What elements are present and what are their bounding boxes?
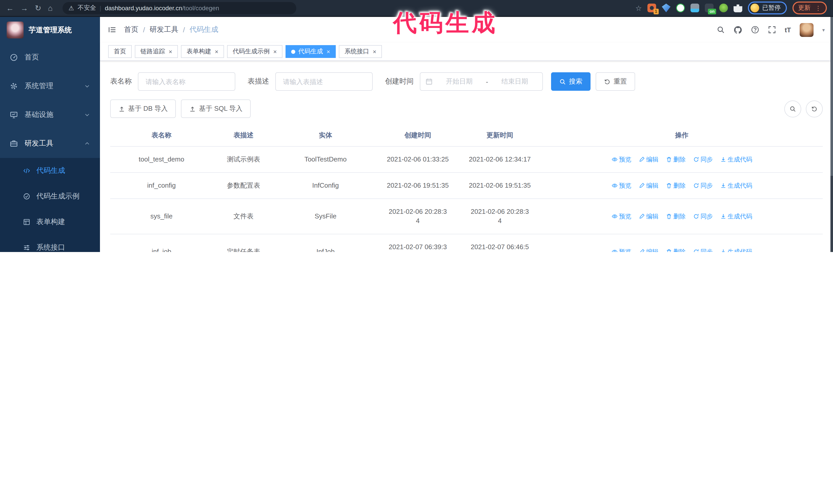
logo-image xyxy=(7,22,24,39)
breadcrumb-dev-tools[interactable]: 研发工具 xyxy=(150,25,178,34)
sync-action[interactable]: 同步 xyxy=(693,247,713,252)
preview-action[interactable]: 预览 xyxy=(611,212,631,221)
extension-icon-alien[interactable] xyxy=(719,4,728,12)
sidebar-item-label: 系统管理 xyxy=(25,81,53,91)
delete-action[interactable]: 删除 xyxy=(666,155,686,164)
font-size-icon[interactable]: tT xyxy=(785,26,791,33)
toolbox-icon xyxy=(10,140,18,148)
cell-updated-time: 2021-02-06 19:51:35 xyxy=(459,173,541,198)
toggle-search-button[interactable] xyxy=(784,100,801,117)
sidebar-subitem[interactable]: 代码生成示例 xyxy=(0,184,100,209)
sidebar-item-dev-tools[interactable]: 研发工具 xyxy=(0,129,100,158)
fullscreen-icon[interactable] xyxy=(768,26,776,34)
bookmark-star-icon[interactable]: ☆ xyxy=(635,4,642,12)
delete-action[interactable]: 删除 xyxy=(666,212,686,221)
cell-created-time: 2021-02-06 20:28:3 4 xyxy=(377,199,459,234)
eye-icon xyxy=(611,157,617,163)
edit-action[interactable]: 编辑 xyxy=(639,155,659,164)
reset-button[interactable]: 重置 xyxy=(596,72,635,91)
help-icon[interactable] xyxy=(751,26,759,34)
cell-actions: 预览编辑删除同步生成代码 xyxy=(541,147,823,172)
tab-4[interactable]: 代码生成示例× xyxy=(227,45,282,58)
tab-1[interactable]: 首页 xyxy=(108,45,132,58)
preview-action[interactable]: 预览 xyxy=(611,181,631,190)
eye-icon xyxy=(611,249,617,252)
extension-icon-gem[interactable] xyxy=(662,4,670,12)
generate-code-action[interactable]: 生成代码 xyxy=(720,155,752,164)
breadcrumb-home[interactable]: 首页 xyxy=(124,25,138,34)
sidebar-subitem[interactable]: 系统接口 xyxy=(0,235,100,252)
sync-action[interactable]: 同步 xyxy=(693,155,713,164)
table-toolbar: 基于 DB 导入 基于 SQL 导入 xyxy=(110,99,823,118)
profile-status-pill[interactable]: 已暂停 xyxy=(748,2,787,14)
github-icon[interactable] xyxy=(733,25,742,34)
table-row: inf_config 参数配置表 InfConfig 2021-02-06 19… xyxy=(110,173,823,199)
sidebar-item-home[interactable]: 首页 xyxy=(0,43,100,72)
user-menu-caret-icon[interactable]: ▾ xyxy=(822,27,825,32)
sync-action[interactable]: 同步 xyxy=(693,212,713,221)
date-range-picker[interactable]: 开始日期 - 结束日期 xyxy=(420,72,543,91)
edit-icon xyxy=(639,249,645,252)
edit-action[interactable]: 编辑 xyxy=(639,181,659,190)
tab-2[interactable]: 链路追踪× xyxy=(135,45,178,58)
browser-update-button[interactable]: 更新 ⋮ xyxy=(792,2,827,14)
refresh-table-button[interactable] xyxy=(806,100,823,117)
back-icon[interactable]: ← xyxy=(6,4,14,12)
breadcrumb: 首页 / 研发工具 / 代码生成 xyxy=(124,25,218,34)
not-secure-label: 不安全 xyxy=(78,4,96,12)
tab-6[interactable]: 系统接口× xyxy=(339,45,382,58)
extension-icon-orange[interactable]: 1 xyxy=(647,4,656,12)
tab-close-icon[interactable]: × xyxy=(215,48,218,55)
edit-action[interactable]: 编辑 xyxy=(639,212,659,221)
edit-icon xyxy=(639,213,645,219)
generate-code-action[interactable]: 生成代码 xyxy=(720,212,752,221)
import-sql-button[interactable]: 基于 SQL 导入 xyxy=(181,99,251,118)
search-icon[interactable] xyxy=(716,26,724,34)
reload-icon[interactable]: ↻ xyxy=(35,4,41,12)
sync-action[interactable]: 同步 xyxy=(693,181,713,190)
extension-icon-green-circle[interactable] xyxy=(676,4,685,12)
user-avatar[interactable] xyxy=(800,23,813,37)
browser-menu-icon[interactable]: ⋮ xyxy=(815,4,821,11)
search-button[interactable]: 搜索 xyxy=(551,72,591,91)
update-label: 更新 xyxy=(798,4,810,12)
sidebar-item-system-management[interactable]: 系统管理 xyxy=(0,72,100,100)
generate-code-action[interactable]: 生成代码 xyxy=(720,181,752,190)
tab-close-icon[interactable]: × xyxy=(373,48,376,55)
cell-table-name: inf_config xyxy=(110,173,213,198)
sidebar-item-infrastructure[interactable]: 基础设施 xyxy=(0,100,100,129)
url-domain: dashboard.yudao.iocoder.cn xyxy=(105,4,182,11)
delete-action[interactable]: 删除 xyxy=(666,247,686,252)
table-row: sys_file 文件表 SysFile 2021-02-06 20:28:3 … xyxy=(110,199,823,234)
generate-code-action[interactable]: 生成代码 xyxy=(720,247,752,252)
extension-icon-toggles[interactable] xyxy=(690,4,699,12)
sidebar-toggle[interactable] xyxy=(108,26,116,34)
scrollbar-thumb[interactable] xyxy=(830,17,833,176)
tab-close-icon[interactable]: × xyxy=(273,48,277,55)
table-desc-input[interactable] xyxy=(275,72,373,91)
forward-icon[interactable]: → xyxy=(21,4,28,12)
address-bar[interactable]: ⚠ 不安全 | dashboard.yudao.iocoder.cn/tool/… xyxy=(62,2,296,14)
extension-icon-puzzle[interactable] xyxy=(734,4,742,12)
extension-icon-dark[interactable]: on xyxy=(705,4,714,12)
preview-action[interactable]: 预览 xyxy=(611,247,631,252)
cell-entity: ToolTestDemo xyxy=(274,147,377,172)
tab-close-icon[interactable]: × xyxy=(327,48,330,55)
browser-window: 代码生成 ← → ↻ ⌂ ⚠ 不安全 | dashboard.yudao.ioc… xyxy=(0,0,833,252)
sidebar-subitem[interactable]: 表单构建 xyxy=(0,209,100,235)
delete-action[interactable]: 删除 xyxy=(666,181,686,190)
sidebar-submenu: 代码生成代码生成示例表单构建系统接口数据库文档 xyxy=(0,158,100,252)
tab-5[interactable]: 代码生成× xyxy=(286,45,336,58)
column-header-updated-time: 更新时间 xyxy=(459,125,541,146)
edit-action[interactable]: 编辑 xyxy=(639,247,659,252)
home-icon[interactable]: ⌂ xyxy=(48,4,52,12)
tab-close-icon[interactable]: × xyxy=(169,48,172,55)
sidebar-subitem[interactable]: 代码生成 xyxy=(0,158,100,184)
table-name-input[interactable] xyxy=(138,72,235,91)
browser-scrollbar[interactable] xyxy=(830,17,833,252)
preview-action[interactable]: 预览 xyxy=(611,155,631,164)
import-db-button[interactable]: 基于 DB 导入 xyxy=(110,99,176,118)
logo[interactable]: 芋道管理系统 xyxy=(0,17,100,43)
check-circle-icon xyxy=(23,193,30,200)
tab-3[interactable]: 表单构建× xyxy=(181,45,224,58)
